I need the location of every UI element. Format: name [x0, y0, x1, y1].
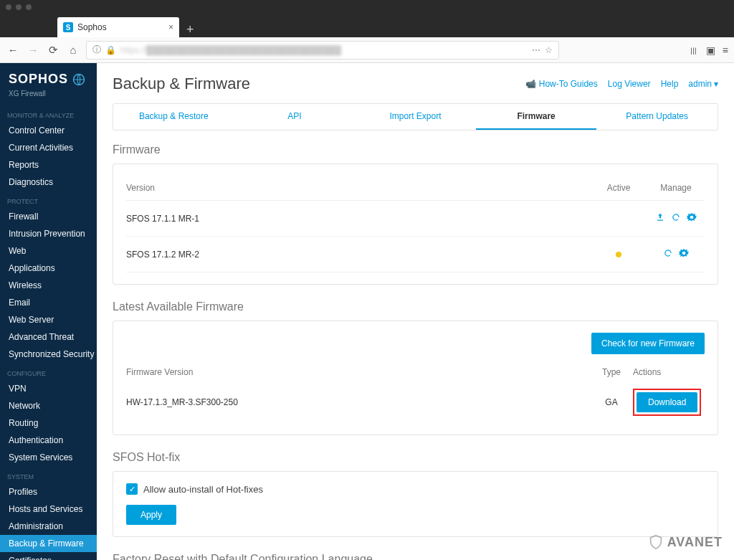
hotfix-apply-button[interactable]: Apply	[126, 505, 176, 525]
sidebar-item-control-center[interactable]: Control Center	[0, 122, 97, 139]
upload-icon[interactable]	[655, 212, 665, 224]
nav-section-header: SYSTEM	[0, 466, 97, 483]
sidebar-item-system-services[interactable]: System Services	[0, 449, 97, 466]
sidebar-item-hosts-and-services[interactable]: Hosts and Services	[0, 500, 97, 518]
window-controls	[0, 0, 734, 14]
nav-section-header: PROTECT	[0, 191, 97, 208]
gear-icon[interactable]	[679, 248, 689, 260]
refresh-icon[interactable]	[663, 248, 673, 260]
brand-sub: XG Firewall	[0, 90, 97, 105]
fw-manage	[647, 248, 705, 260]
sidebar-item-profiles[interactable]: Profiles	[0, 483, 97, 500]
sidebar-item-advanced-threat[interactable]: Advanced Threat	[0, 328, 97, 346]
hotfix-label: Allow auto-install of Hot-fixes	[143, 484, 263, 495]
traffic-dot	[26, 4, 32, 10]
section-hotfix-title: SFOS Hot-fix	[113, 451, 718, 464]
check-firmware-button[interactable]: Check for new Firmware	[591, 333, 705, 354]
col-actions: Actions	[633, 367, 705, 377]
col-type: Type	[590, 367, 633, 377]
brand-name: SOPHOS	[9, 72, 68, 87]
lock-icon: 🔒	[105, 45, 116, 55]
fw-version: SFOS 17.1.2 MR-2	[126, 250, 590, 260]
sidebar-item-backup-firmware[interactable]: Backup & Firmware	[0, 535, 97, 552]
main-content: Backup & Firmware 📹 How-To Guides Log Vi…	[97, 63, 734, 560]
bookmark-icon[interactable]: ☆	[545, 45, 553, 55]
globe-icon	[72, 73, 85, 86]
sidebar-item-administration[interactable]: Administration	[0, 518, 97, 535]
firmware-panel: Version Active Manage SFOS 17.1.1 MR-1SF…	[113, 163, 718, 285]
col-fw-version: Firmware Version	[126, 367, 590, 377]
sidebar-item-certificates[interactable]: Certificates	[0, 552, 97, 560]
browser-nav: ← → ⟳ ⌂ ⓘ 🔒 https://████████████████████…	[0, 37, 734, 63]
sidebar-item-authentication[interactable]: Authentication	[0, 432, 97, 449]
gear-icon[interactable]	[687, 212, 697, 224]
sidebar-item-web[interactable]: Web	[0, 242, 97, 260]
url-text: https://████████████████████████████████	[120, 45, 341, 55]
sidebar: SOPHOS XG Firewall MONITOR & ANALYZECont…	[0, 63, 97, 560]
nav-section-header: CONFIGURE	[0, 363, 97, 380]
tab-import-export[interactable]: Import Export	[355, 104, 476, 130]
fw-manage	[647, 212, 705, 224]
latest-panel: Check for new Firmware Firmware Version …	[113, 321, 718, 435]
page-title: Backup & Firmware	[113, 75, 250, 93]
active-dot-icon	[616, 252, 621, 257]
shield-icon	[648, 534, 664, 550]
favicon-icon: S	[63, 22, 73, 32]
tab-api[interactable]: API	[234, 104, 356, 130]
home-icon[interactable]: ⌂	[66, 44, 80, 56]
sidebar-icon[interactable]: ▣	[706, 44, 715, 56]
tab-backup-restore[interactable]: Backup & Restore	[113, 104, 234, 130]
fw-active	[590, 250, 647, 260]
logo: SOPHOS	[0, 63, 97, 90]
more-icon[interactable]: ⋯	[532, 45, 540, 55]
url-bar[interactable]: ⓘ 🔒 https://████████████████████████████…	[86, 41, 559, 60]
new-tab-button[interactable]: +	[179, 22, 201, 37]
section-reset-title: Factory Reset with Default Configuration…	[113, 553, 718, 560]
tab-pattern-updates[interactable]: Pattern Updates	[596, 104, 718, 130]
firmware-row: SFOS 17.1.1 MR-1	[126, 201, 705, 237]
latest-row: HW-17.1.3_MR-3.SF300-250 GA Download	[126, 381, 705, 423]
tab-bar: S Sophos × +	[0, 14, 734, 37]
col-active: Active	[590, 183, 647, 193]
tab-title: Sophos	[77, 22, 107, 32]
sidebar-item-firewall[interactable]: Firewall	[0, 208, 97, 225]
sidebar-item-current-activities[interactable]: Current Activities	[0, 139, 97, 156]
section-latest-title: Latest Available Firmware	[113, 300, 718, 313]
hotfix-panel: ✓ Allow auto-install of Hot-fixes Apply	[113, 471, 718, 537]
reload-icon[interactable]: ⟳	[46, 44, 60, 57]
forward-icon[interactable]: →	[26, 44, 40, 56]
sidebar-item-routing[interactable]: Routing	[0, 414, 97, 432]
admin-menu[interactable]: admin ▾	[688, 79, 718, 89]
howto-link[interactable]: 📹 How-To Guides	[525, 79, 597, 89]
fw-version: SFOS 17.1.1 MR-1	[126, 214, 590, 224]
section-firmware-title: Firmware	[113, 143, 718, 156]
page-tabs: Backup & RestoreAPIImport ExportFirmware…	[113, 103, 718, 130]
latest-type: GA	[590, 397, 633, 407]
download-button[interactable]: Download	[637, 392, 697, 412]
logviewer-link[interactable]: Log Viewer	[608, 79, 651, 89]
sidebar-item-synchronized-security[interactable]: Synchronized Security	[0, 346, 97, 363]
menu-icon[interactable]: ≡	[723, 44, 728, 56]
tab-firmware[interactable]: Firmware	[476, 104, 597, 130]
help-link[interactable]: Help	[661, 79, 679, 89]
sidebar-item-web-server[interactable]: Web Server	[0, 311, 97, 328]
sidebar-item-email[interactable]: Email	[0, 294, 97, 311]
watermark: AVANET	[648, 534, 723, 550]
sidebar-item-applications[interactable]: Applications	[0, 260, 97, 277]
sidebar-item-reports[interactable]: Reports	[0, 156, 97, 174]
col-manage: Manage	[647, 183, 705, 193]
latest-version: HW-17.1.3_MR-3.SF300-250	[126, 397, 590, 407]
refresh-icon[interactable]	[671, 212, 681, 224]
sidebar-item-diagnostics[interactable]: Diagnostics	[0, 174, 97, 191]
library-icon[interactable]: ⫼	[689, 44, 699, 56]
hotfix-checkbox[interactable]: ✓	[126, 483, 138, 495]
browser-tab-sophos[interactable]: S Sophos ×	[57, 17, 179, 37]
info-icon: ⓘ	[92, 44, 101, 56]
traffic-dot	[16, 4, 22, 10]
back-icon[interactable]: ←	[6, 44, 20, 56]
sidebar-item-vpn[interactable]: VPN	[0, 380, 97, 397]
sidebar-item-network[interactable]: Network	[0, 397, 97, 414]
close-icon[interactable]: ×	[168, 22, 173, 32]
sidebar-item-intrusion-prevention[interactable]: Intrusion Prevention	[0, 225, 97, 242]
sidebar-item-wireless[interactable]: Wireless	[0, 277, 97, 294]
